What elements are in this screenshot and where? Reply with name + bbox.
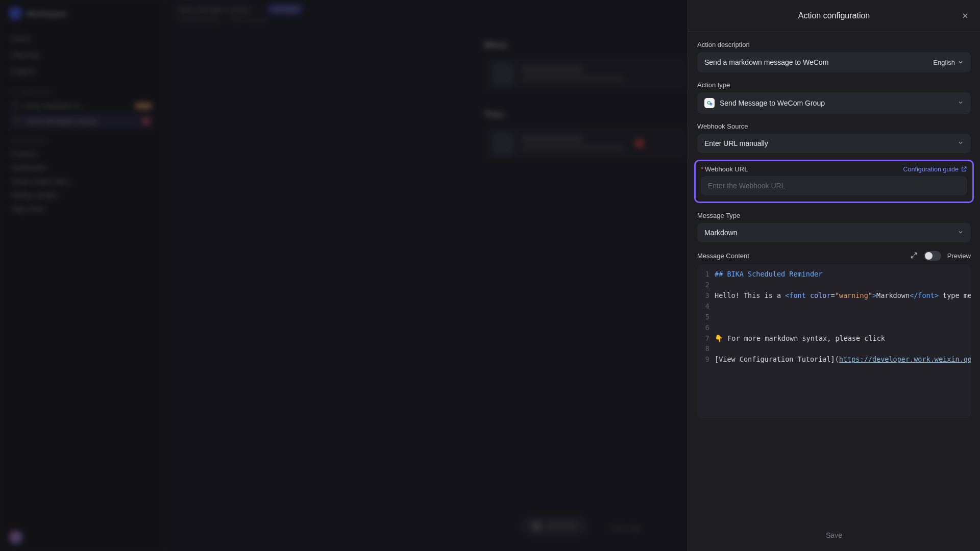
panel-footer: Save (688, 521, 980, 551)
action-type-field: Action type Send Message to WeCom Group (697, 81, 971, 114)
message-type-label: Message Type (697, 212, 971, 219)
message-content-field: Message Content Preview 1## BIKA Schedul… (697, 251, 971, 418)
wecom-icon (704, 98, 715, 108)
expand-button[interactable] (910, 252, 918, 261)
webhook-url-label-row: *Webhook URL Configuration guide (701, 165, 967, 173)
configuration-guide-link[interactable]: Configuration guide (903, 166, 967, 173)
chevron-down-icon (958, 140, 964, 146)
message-type-value: Markdown (704, 229, 738, 237)
action-description-label: Action description (697, 41, 971, 48)
action-type-label: Action type (697, 81, 971, 89)
webhook-source-select[interactable]: Enter URL manually (697, 134, 971, 153)
panel-title: Action configuration (798, 11, 870, 20)
action-description-value: Send a markdown message to WeCom (704, 58, 828, 66)
chevron-down-icon (958, 99, 964, 106)
webhook-source-label: Webhook Source (697, 122, 971, 130)
action-description-field: Action description Send a markdown messa… (697, 41, 971, 72)
message-content-label: Message Content (697, 252, 749, 260)
expand-icon (910, 252, 918, 259)
close-icon (961, 12, 969, 20)
preview-toggle[interactable] (924, 251, 941, 261)
webhook-source-value: Enter URL manually (704, 139, 768, 147)
action-type-select[interactable]: Send Message to WeCom Group (697, 92, 971, 114)
webhook-url-highlight: *Webhook URL Configuration guide (694, 160, 974, 203)
action-type-value: Send Message to WeCom Group (720, 99, 825, 107)
preview-label: Preview (947, 252, 971, 260)
close-button[interactable] (960, 10, 971, 21)
language-value: English (933, 59, 955, 66)
message-type-field: Message Type Markdown (697, 212, 971, 242)
webhook-url-input[interactable] (701, 176, 967, 195)
chevron-down-icon (958, 59, 964, 65)
save-button[interactable]: Save (826, 531, 842, 539)
panel-header: Action configuration (688, 0, 980, 32)
action-config-panel: Action configuration Action description … (688, 0, 980, 551)
webhook-url-label: Webhook URL (705, 165, 748, 173)
action-description-box[interactable]: Send a markdown message to WeCom English (697, 52, 971, 72)
external-link-icon (961, 166, 967, 172)
chevron-down-icon (958, 229, 964, 235)
svg-point-1 (710, 103, 712, 105)
message-content-editor[interactable]: 1## BIKA Scheduled Reminder 2 3Hello! Th… (697, 265, 971, 418)
svg-point-0 (707, 101, 710, 104)
message-type-select[interactable]: Markdown (697, 223, 971, 242)
webhook-source-field: Webhook Source Enter URL manually (697, 122, 971, 153)
language-selector[interactable]: English (933, 59, 964, 66)
